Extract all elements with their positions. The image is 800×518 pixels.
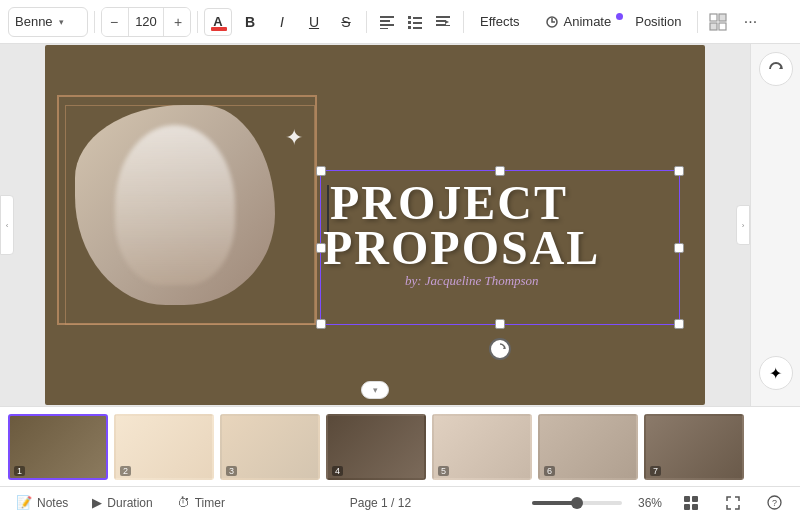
slide-num-2: 2: [120, 466, 131, 476]
color-swatch: [211, 27, 227, 31]
progress-bar[interactable]: [532, 501, 622, 505]
position-button[interactable]: Position: [625, 10, 691, 33]
grid-button[interactable]: [704, 8, 732, 36]
slide-thumb-2[interactable]: 2: [114, 414, 214, 480]
svg-rect-3: [380, 28, 388, 29]
duration-button[interactable]: ▶ Duration: [88, 493, 156, 512]
slide-thumb-6[interactable]: 6: [538, 414, 638, 480]
slide-num-5: 5: [438, 466, 449, 476]
notes-label: Notes: [37, 496, 68, 510]
svg-rect-19: [719, 23, 726, 30]
toolbar-divider-1: [94, 11, 95, 33]
notes-button[interactable]: 📝 Notes: [12, 493, 72, 512]
svg-rect-18: [710, 23, 717, 30]
strikethrough-button[interactable]: S: [332, 8, 360, 36]
left-panel-toggle[interactable]: ‹: [0, 195, 14, 255]
svg-rect-25: [684, 504, 690, 510]
sparkle-icon: ✦: [285, 125, 303, 151]
svg-rect-24: [692, 496, 698, 502]
magic-icon: ✦: [769, 364, 782, 383]
animate-icon: [544, 14, 560, 30]
slide-num-3: 3: [226, 466, 237, 476]
svg-rect-23: [684, 496, 690, 502]
svg-rect-17: [719, 14, 726, 21]
svg-rect-4: [408, 16, 411, 19]
handle-middle-right[interactable]: [674, 243, 684, 253]
font-selector[interactable]: Benne ▾: [8, 7, 88, 37]
zoom-level: 36%: [638, 496, 662, 510]
handle-top-left[interactable]: [316, 166, 326, 176]
slide-thumb-7[interactable]: 7: [644, 414, 744, 480]
handle-bottom-left[interactable]: [316, 319, 326, 329]
slide-num-7: 7: [650, 466, 661, 476]
expand-icon: [726, 496, 740, 510]
svg-text:?: ?: [772, 498, 777, 508]
animate-button[interactable]: Animate: [534, 10, 622, 34]
text-color-button[interactable]: A: [204, 8, 232, 36]
rotate-icon: [494, 343, 506, 355]
rotate-handle[interactable]: [489, 338, 511, 360]
slide-num-4: 4: [332, 466, 343, 476]
svg-rect-10: [436, 16, 450, 18]
svg-rect-6: [408, 21, 411, 24]
page-info: Page 1 / 12: [350, 496, 411, 510]
align-indent-button[interactable]: [429, 8, 457, 36]
bold-button[interactable]: B: [236, 8, 264, 36]
font-size-decrease[interactable]: −: [102, 7, 126, 37]
handle-top-right[interactable]: [674, 166, 684, 176]
more-options-button[interactable]: ···: [736, 8, 764, 36]
slide-thumb-1[interactable]: 1: [8, 414, 108, 480]
notes-icon: 📝: [16, 495, 32, 510]
slide-thumb-4[interactable]: 4: [326, 414, 426, 480]
slide-thumb-5[interactable]: 5: [432, 414, 532, 480]
blob-image: [75, 105, 275, 305]
handle-bottom-right[interactable]: [674, 319, 684, 329]
bottom-bar: 📝 Notes ▶ Duration ⏱ Timer Page 1 / 12 3…: [0, 486, 800, 518]
italic-button[interactable]: I: [268, 8, 296, 36]
svg-rect-5: [413, 17, 422, 19]
svg-rect-0: [380, 16, 394, 18]
animate-wrap: Animate: [534, 10, 622, 34]
effects-button[interactable]: Effects: [470, 10, 530, 33]
underline-button[interactable]: U: [300, 8, 328, 36]
left-chevron-icon: ‹: [6, 221, 9, 230]
svg-rect-9: [413, 27, 422, 29]
grid-view-button[interactable]: [678, 490, 704, 516]
handle-middle-left[interactable]: [316, 243, 326, 253]
help-button[interactable]: ?: [762, 490, 788, 516]
font-size-control: − 120 +: [101, 7, 191, 37]
font-size-increase[interactable]: +: [166, 7, 190, 37]
align-group: [373, 8, 457, 36]
filmstrip: 1 2 3 4 5 6 7: [0, 406, 800, 486]
refresh-button[interactable]: [759, 52, 793, 86]
handle-bottom-middle[interactable]: [495, 319, 505, 329]
align-left-icon: [380, 15, 394, 29]
text-selection-box[interactable]: [320, 170, 680, 325]
align-left-button[interactable]: [373, 8, 401, 36]
timer-button[interactable]: ⏱ Timer: [173, 493, 229, 512]
main-toolbar: Benne ▾ − 120 + A B I U S: [0, 0, 800, 44]
right-panel-toggle[interactable]: ›: [736, 205, 750, 245]
slide-thumb-3[interactable]: 3: [220, 414, 320, 480]
expand-button[interactable]: [720, 490, 746, 516]
magic-button[interactable]: ✦: [759, 356, 793, 390]
slide-num-1: 1: [14, 466, 25, 476]
progress-track[interactable]: [532, 501, 622, 505]
timer-label: Timer: [195, 496, 225, 510]
align-list-icon: [408, 15, 422, 29]
grid-icon: [709, 13, 727, 31]
right-panel: ✦: [750, 44, 800, 406]
refresh-icon: [768, 61, 784, 77]
right-chevron-icon: ›: [742, 221, 745, 230]
svg-rect-1: [380, 20, 390, 22]
animate-label: Animate: [564, 14, 612, 29]
progress-thumb[interactable]: [571, 497, 583, 509]
collapse-panel-button[interactable]: ▾: [361, 381, 389, 399]
canvas-wrapper: ✨ Magic Write: [45, 45, 705, 405]
blob-figure: [115, 125, 235, 285]
toolbar-divider-2: [197, 11, 198, 33]
font-name: Benne: [15, 14, 53, 29]
align-list-button[interactable]: [401, 8, 429, 36]
help-icon: ?: [767, 495, 782, 510]
handle-top-middle[interactable]: [495, 166, 505, 176]
